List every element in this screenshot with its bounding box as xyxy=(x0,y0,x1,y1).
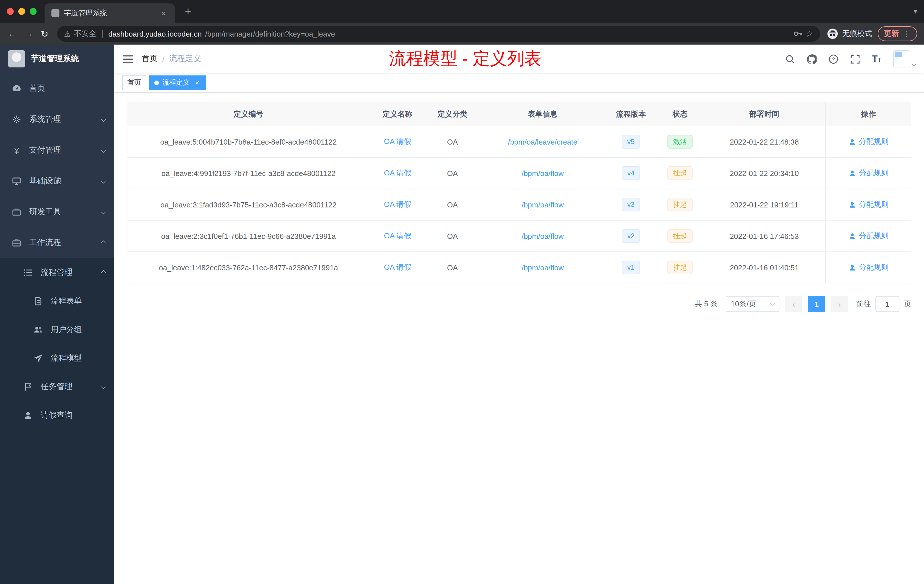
cell-status: 挂起 xyxy=(657,189,704,220)
version-tag: v1 xyxy=(622,261,640,274)
table-row: oa_leave:2:3c1f0ef1-76b1-11ec-9c66-a2380… xyxy=(127,221,911,252)
definition-name-link[interactable]: OA 请假 xyxy=(384,231,411,241)
status-tag: 挂起 xyxy=(667,166,693,180)
close-window-button[interactable] xyxy=(7,8,14,15)
table-row: oa_leave:5:004b710b-7b8a-11ec-8ef0-acde4… xyxy=(127,126,911,158)
sidebar-item-devtools[interactable]: 研发工具 xyxy=(0,196,114,228)
dashboard-icon xyxy=(12,83,22,94)
breadcrumb-current: 流程定义 xyxy=(169,54,201,64)
cell-definition-id: oa_leave:2:3c1f0ef1-76b1-11ec-9c66-a2380… xyxy=(127,221,370,251)
definition-name-link[interactable]: OA 请假 xyxy=(384,262,411,272)
forward-button[interactable]: → xyxy=(21,26,36,42)
search-icon[interactable] xyxy=(785,54,795,64)
sidebar-item-process-management[interactable]: 流程管理 xyxy=(0,258,114,287)
chevron-up-icon xyxy=(101,241,106,246)
tab-search-chevron-icon[interactable]: ▾ xyxy=(914,7,917,15)
sidebar-item-payment[interactable]: ¥ 支付管理 xyxy=(0,135,114,166)
chevron-down-icon xyxy=(101,210,106,214)
fullscreen-icon[interactable] xyxy=(850,54,860,64)
form-info-link[interactable]: /bpm/oa/flow xyxy=(522,232,564,240)
sidebar-toggle-icon[interactable] xyxy=(114,45,142,73)
definition-name-link[interactable]: OA 请假 xyxy=(384,168,411,178)
flag-icon xyxy=(23,382,33,392)
assign-rule-link[interactable]: 分配规则 xyxy=(848,231,889,241)
github-icon[interactable] xyxy=(807,54,817,64)
cell-status: 挂起 xyxy=(657,221,704,251)
chevron-up-icon xyxy=(101,270,106,275)
form-info-link[interactable]: /bpm/oa/leave/create xyxy=(508,137,578,146)
bookmark-star-icon[interactable]: ☆ xyxy=(805,28,813,39)
avatar[interactable] xyxy=(893,50,910,68)
form-info-link[interactable]: /bpm/oa/flow xyxy=(522,200,564,209)
version-tag: v2 xyxy=(622,229,640,243)
new-tab-button[interactable]: + xyxy=(181,4,195,19)
assign-rule-link[interactable]: 分配规则 xyxy=(848,200,889,210)
browser-menu-icon[interactable]: ⋮ xyxy=(903,29,911,38)
cell-form-info: /bpm/oa/flow xyxy=(480,158,606,188)
chevron-down-icon xyxy=(101,179,106,184)
font-size-icon[interactable]: TT xyxy=(872,54,881,63)
sidebar-item-process-model[interactable]: 流程模型 xyxy=(0,344,114,373)
password-key-icon[interactable] xyxy=(793,29,802,38)
tag-process-definition[interactable]: 流程定义 × xyxy=(149,75,206,90)
goto-page-input[interactable] xyxy=(875,296,899,312)
user-menu[interactable] xyxy=(893,50,916,68)
app-navbar: 首页 / 流程定义 流程模型 - 定义列表 ? xyxy=(114,45,924,73)
address-bar[interactable]: ⚠ 不安全 dashboard.yudao.iocoder.cn/bpm/man… xyxy=(57,26,820,42)
status-tag: 挂起 xyxy=(667,198,693,211)
back-button[interactable]: ← xyxy=(5,26,21,42)
cell-definition-name: OA 请假 xyxy=(370,158,425,188)
sidebar-item-leave-query[interactable]: 请假查询 xyxy=(0,401,114,430)
tag-close-icon[interactable]: × xyxy=(193,79,201,87)
incognito-icon xyxy=(827,28,838,40)
cell-definition-name: OA 请假 xyxy=(370,189,425,220)
assign-rule-link[interactable]: 分配规则 xyxy=(848,137,889,147)
tab-close-icon[interactable]: × xyxy=(159,8,168,18)
sidebar-logo[interactable]: 芋道管理系统 xyxy=(0,45,114,73)
chevron-down-icon xyxy=(101,148,106,153)
cell-definition-name: OA 请假 xyxy=(370,252,425,283)
sidebar-item-user-group[interactable]: 用户分组 xyxy=(0,315,114,344)
minimize-window-button[interactable] xyxy=(18,8,25,15)
cell-deploy-time: 2022-01-16 01:40:51 xyxy=(703,252,825,283)
cell-definition-id: oa_leave:5:004b710b-7b8a-11ec-8ef0-acde4… xyxy=(127,126,370,157)
sidebar-item-infrastructure[interactable]: 基础设施 xyxy=(0,166,114,196)
next-page-button[interactable]: › xyxy=(831,296,848,312)
navbar-actions: ? TT xyxy=(785,50,924,68)
sidebar-item-system[interactable]: 系统管理 xyxy=(0,104,114,135)
sidebar-item-task-management[interactable]: 任务管理 xyxy=(0,373,114,401)
tab-favicon-icon xyxy=(51,9,59,17)
cell-operation: 分配规则 xyxy=(825,126,911,157)
form-info-link[interactable]: /bpm/oa/flow xyxy=(522,263,564,272)
sidebar-item-process-form[interactable]: 流程表单 xyxy=(0,287,114,315)
assign-rule-link[interactable]: 分配规则 xyxy=(848,168,889,178)
current-page-button[interactable]: 1 xyxy=(808,296,825,312)
sidebar-item-workflow[interactable]: 工作流程 xyxy=(0,228,114,258)
cell-version: v4 xyxy=(606,158,656,188)
url-path: /bpm/manager/definition?key=oa_leave xyxy=(205,30,335,38)
page-size-select[interactable]: 10条/页 xyxy=(726,296,779,312)
table-row: oa_leave:4:991f2193-7b7f-11ec-a3c8-acde4… xyxy=(127,158,911,189)
assign-rule-label: 分配规则 xyxy=(859,168,889,178)
logo-title: 芋道管理系统 xyxy=(31,54,79,64)
definition-name-link[interactable]: OA 请假 xyxy=(384,200,411,210)
cell-form-info: /bpm/oa/flow xyxy=(480,221,606,251)
assign-rule-link[interactable]: 分配规则 xyxy=(848,262,889,272)
reload-button[interactable]: ↻ xyxy=(36,26,53,42)
help-icon[interactable]: ? xyxy=(828,54,838,64)
cell-definition-id: oa_leave:1:482ec033-762a-11ec-8477-a2380… xyxy=(127,252,370,283)
sidebar-item-home[interactable]: 首页 xyxy=(0,73,114,104)
update-chip[interactable]: 更新 ⋮ xyxy=(878,26,917,41)
definition-name-link[interactable]: OA 请假 xyxy=(384,137,411,147)
cell-deploy-time: 2022-01-16 17:46:53 xyxy=(703,221,825,251)
table-row: oa_leave:1:482ec033-762a-11ec-8477-a2380… xyxy=(127,252,911,284)
breadcrumb-home[interactable]: 首页 xyxy=(142,54,158,64)
cell-deploy-time: 2022-01-22 20:34:10 xyxy=(703,158,825,188)
cell-version: v5 xyxy=(606,126,656,157)
prev-page-button[interactable]: ‹ xyxy=(785,296,802,312)
tag-home[interactable]: 首页 xyxy=(122,75,146,90)
form-info-link[interactable]: /bpm/oa/flow xyxy=(522,169,564,177)
browser-tab[interactable]: 芋道管理系统 × xyxy=(45,3,175,23)
maximize-window-button[interactable] xyxy=(30,8,36,15)
cell-operation: 分配规则 xyxy=(825,158,911,188)
